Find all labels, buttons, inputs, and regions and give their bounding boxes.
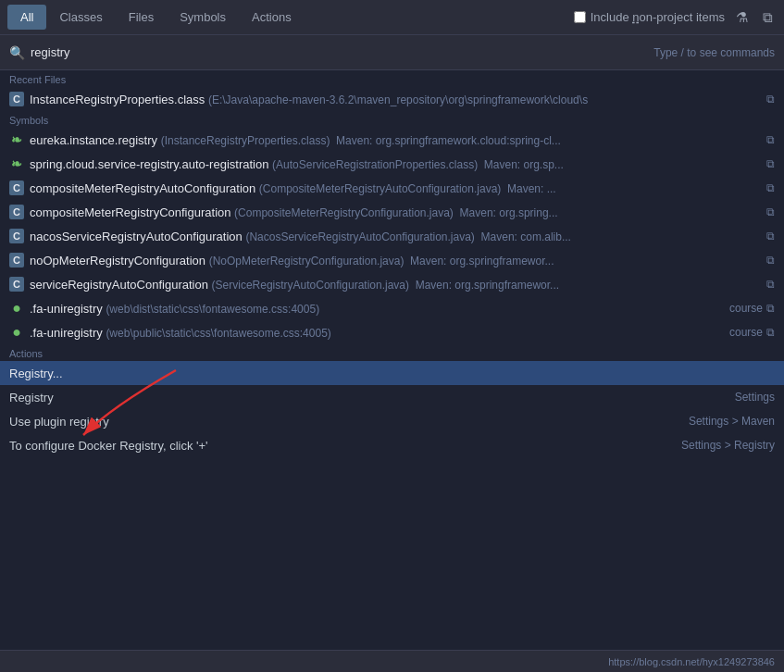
include-non-project-checkbox[interactable]: Include non-project items <box>574 10 725 24</box>
action-name-1: Registry <box>9 391 54 404</box>
window-icon[interactable]: ⧉ <box>759 7 777 28</box>
circle-green-icon-7: ● <box>9 301 24 316</box>
symbol-right-8: course <box>729 326 763 339</box>
tab-all[interactable]: All <box>7 5 46 30</box>
copy-icon-0[interactable]: ⧉ <box>766 133 775 146</box>
leaf-icon-0: ❧ <box>9 132 24 147</box>
symbol-name-3: compositeMeterRegistryConfiguration (Com… <box>30 205 763 219</box>
symbol-name-0: eureka.instance.registry (InstanceRegist… <box>30 133 763 147</box>
actions-label: Actions <box>0 344 784 361</box>
symbol-name-6: serviceRegistryAutoConfiguration (Servic… <box>30 278 763 292</box>
symbol-row-1[interactable]: ❧ spring.cloud.service-registry.auto-reg… <box>0 152 784 176</box>
class-icon: C <box>9 92 24 106</box>
symbol-row-3[interactable]: C compositeMeterRegistryConfiguration (C… <box>0 200 784 224</box>
search-hint: Type / to see commands <box>653 46 775 59</box>
copy-icon-7[interactable]: ⧉ <box>766 302 775 315</box>
symbol-row-6[interactable]: C serviceRegistryAutoConfiguration (Serv… <box>0 272 784 296</box>
include-non-project-input[interactable] <box>574 11 586 23</box>
action-right-3: Settings > Registry <box>681 439 775 452</box>
class-icon-4: C <box>9 229 24 243</box>
copy-icon-1[interactable]: ⧉ <box>766 157 775 170</box>
include-non-project-label: Include non-project items <box>591 10 725 24</box>
status-url: https://blog.csdn.net/hyx1249273846 <box>608 656 775 667</box>
circle-green-icon-8: ● <box>9 325 24 340</box>
search-input[interactable] <box>31 45 653 59</box>
copy-icon-6[interactable]: ⧉ <box>766 278 775 291</box>
action-name-2: Use plugin registry <box>9 415 109 429</box>
symbol-row-4[interactable]: C nacosServiceRegistryAutoConfiguration … <box>0 224 784 248</box>
symbol-name-2: compositeMeterRegistryAutoConfiguration … <box>30 181 763 195</box>
copy-icon-3[interactable]: ⧉ <box>766 205 775 218</box>
copy-icon-5[interactable]: ⧉ <box>766 254 775 267</box>
recent-file-row[interactable]: C InstanceRegistryProperties.class (E:\J… <box>0 87 784 111</box>
class-icon-2: C <box>9 180 24 195</box>
symbols-label: Symbols <box>0 111 784 128</box>
action-row-0[interactable]: Registry... <box>0 361 784 385</box>
symbol-name-1: spring.cloud.service-registry.auto-regis… <box>30 157 763 171</box>
copy-icon-2[interactable]: ⧉ <box>766 181 775 194</box>
class-icon-5: C <box>9 253 24 268</box>
copy-icon-4[interactable]: ⧉ <box>766 230 775 243</box>
recent-files-label: Recent Files <box>0 70 784 87</box>
symbol-name-5: noOpMeterRegistryConfiguration (NoOpMete… <box>30 254 763 268</box>
tab-actions[interactable]: Actions <box>239 5 305 30</box>
tab-classes[interactable]: Classes <box>46 5 115 30</box>
symbol-name-8: .fa-uniregistry (web\public\static\css\f… <box>30 326 722 340</box>
symbol-row-2[interactable]: C compositeMeterRegistryAutoConfiguratio… <box>0 176 784 200</box>
tabs-bar: All Classes Files Symbols Actions Includ… <box>0 0 784 35</box>
symbol-row-5[interactable]: C noOpMeterRegistryConfiguration (NoOpMe… <box>0 248 784 272</box>
recent-file-name: InstanceRegistryProperties.class (E:\Jav… <box>30 93 763 106</box>
symbol-name-7: .fa-uniregistry (web\dist\static\css\fon… <box>30 302 722 316</box>
action-row-2[interactable]: Use plugin registry Settings > Maven <box>0 409 784 433</box>
leaf-icon-1: ❧ <box>9 156 24 171</box>
symbol-name-4: nacosServiceRegistryAutoConfiguration (N… <box>30 230 763 243</box>
action-name-3: To configure Docker Registry, click '+' <box>9 439 208 453</box>
action-name-0: Registry... <box>9 367 63 380</box>
symbol-row-8[interactable]: ● .fa-uniregistry (web\public\static\css… <box>0 320 784 344</box>
copy-icon-8[interactable]: ⧉ <box>766 326 775 339</box>
class-icon-3: C <box>9 205 24 219</box>
search-icon: 🔍 <box>9 45 25 60</box>
action-row-3[interactable]: To configure Docker Registry, click '+' … <box>0 433 784 457</box>
tab-files[interactable]: Files <box>116 5 167 30</box>
filter-icon[interactable]: ⚗ <box>732 7 752 28</box>
action-right-2: Settings > Maven <box>689 415 775 428</box>
tab-symbols[interactable]: Symbols <box>167 5 239 30</box>
symbol-right-7: course <box>729 302 763 315</box>
symbol-row-0[interactable]: ❧ eureka.instance.registry (InstanceRegi… <box>0 128 784 152</box>
status-bar: https://blog.csdn.net/hyx1249273846 <box>0 650 784 672</box>
action-row-1[interactable]: Registry Settings <box>0 385 784 409</box>
action-right-1: Settings <box>735 391 775 404</box>
tabs-right: Include non-project items ⚗ ⧉ <box>574 7 777 28</box>
copy-icon[interactable]: ⧉ <box>766 93 775 106</box>
class-icon-6: C <box>9 277 24 292</box>
symbol-row-7[interactable]: ● .fa-uniregistry (web\dist\static\css\f… <box>0 296 784 320</box>
search-bar: 🔍 Type / to see commands <box>0 35 784 70</box>
